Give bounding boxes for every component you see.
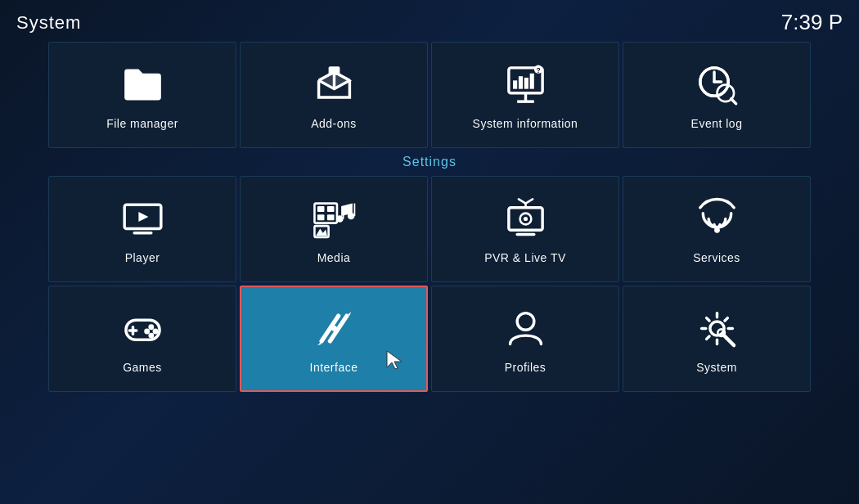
svg-point-39: [714, 227, 720, 232]
games-icon: [118, 304, 167, 353]
tile-add-ons[interactable]: Add-ons: [240, 42, 428, 148]
svg-point-51: [331, 326, 337, 331]
addons-icon: [309, 60, 358, 109]
clock: 7:39 P: [781, 10, 843, 35]
tile-label: Media: [317, 251, 351, 264]
tile-label: Services: [693, 251, 740, 264]
tile-profiles[interactable]: Profiles: [431, 286, 619, 392]
svg-point-46: [144, 328, 150, 334]
tile-label: System: [696, 361, 737, 374]
svg-rect-4: [518, 76, 522, 88]
svg-point-53: [517, 313, 534, 330]
profiles-icon: [501, 304, 550, 353]
svg-rect-24: [326, 214, 334, 220]
svg-marker-52: [387, 351, 402, 369]
svg-text:?: ?: [536, 65, 540, 74]
svg-line-62: [724, 317, 726, 320]
tile-services[interactable]: Services: [623, 176, 811, 282]
tile-file-manager[interactable]: File manager: [48, 42, 236, 148]
tile-label: Event log: [691, 117, 743, 130]
tile-system[interactable]: System: [623, 286, 811, 392]
interface-icon: [309, 304, 358, 353]
svg-line-16: [731, 98, 735, 103]
tile-event-log[interactable]: Event log: [623, 42, 811, 148]
eventlog-icon: [692, 60, 741, 109]
tile-label: System information: [473, 117, 578, 130]
tile-system-information[interactable]: ? System information: [431, 42, 619, 148]
svg-rect-5: [524, 77, 528, 88]
services-icon: [692, 194, 741, 243]
player-icon: [118, 194, 167, 243]
svg-point-26: [347, 212, 354, 219]
header: System 7:39 P: [0, 0, 859, 42]
svg-rect-21: [317, 206, 324, 212]
svg-line-33: [525, 199, 533, 203]
page-title: System: [16, 12, 81, 34]
pvr-icon: [501, 194, 550, 243]
svg-point-25: [336, 215, 344, 223]
svg-marker-30: [316, 228, 327, 236]
tile-media[interactable]: Media: [240, 176, 428, 282]
svg-line-32: [518, 199, 525, 203]
svg-rect-3: [513, 80, 517, 88]
svg-rect-22: [326, 206, 334, 212]
cursor: [385, 349, 403, 367]
tile-pvr-live-tv[interactable]: PVR & Live TV: [431, 176, 619, 282]
svg-line-61: [706, 335, 708, 338]
tile-label: Profiles: [505, 361, 546, 374]
svg-line-59: [706, 317, 708, 320]
tile-interface[interactable]: Interface: [240, 286, 428, 392]
tile-games[interactable]: Games: [48, 286, 236, 392]
media-icon: [309, 194, 358, 243]
tile-label: Add-ons: [311, 117, 357, 130]
settings-row-1: Player Media: [0, 176, 859, 282]
svg-rect-6: [529, 73, 533, 88]
svg-rect-23: [317, 214, 324, 220]
settings-row-2: Games Interface: [0, 286, 859, 392]
svg-point-43: [148, 324, 154, 330]
svg-point-45: [148, 332, 154, 338]
tile-label: File manager: [106, 117, 178, 130]
svg-point-44: [152, 328, 158, 334]
tile-label: Games: [123, 361, 162, 374]
svg-marker-18: [138, 211, 148, 221]
sysinfo-icon: ?: [501, 60, 550, 109]
tile-player[interactable]: Player: [48, 176, 236, 282]
tile-label: PVR & Live TV: [484, 251, 566, 264]
top-row: File manager Add-ons: [0, 42, 859, 148]
tile-label: Interface: [310, 361, 358, 374]
section-label: Settings: [0, 155, 859, 169]
tile-label: Player: [125, 251, 160, 264]
svg-point-38: [523, 216, 527, 220]
system-icon: [692, 304, 741, 353]
folder-icon: [118, 60, 167, 109]
